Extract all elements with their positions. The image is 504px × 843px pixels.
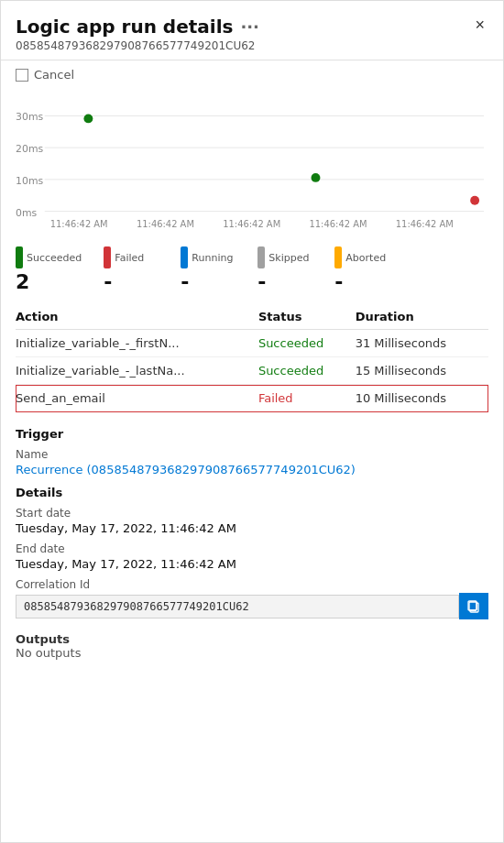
y-label-10ms: 10ms [16,175,44,187]
panel-title-text: Logic app run details [16,16,233,38]
duration-cell: 31 Milliseconds [356,330,488,357]
end-date-value: Tuesday, May 17, 2022, 11:46:42 AM [16,557,488,571]
running-count: - [181,270,236,293]
panel-content: Cancel 30ms 20ms 10ms 0ms 11:46:42 AM 11… [1,60,503,842]
copy-icon [466,599,481,614]
table-row[interactable]: Initialize_variable_-_firstN...Succeeded… [16,330,488,357]
status-item-running: Running - [181,246,236,293]
cancel-checkbox[interactable] [16,69,28,82]
succeeded-count: 2 [16,270,82,293]
action-table: Action Status Duration Initialize_variab… [16,304,488,412]
duration-cell: 10 Milliseconds [356,385,488,412]
aborted-label: Aborted [345,252,386,264]
outputs-label: Outputs [16,632,488,646]
skipped-label: Skipped [268,252,309,264]
status-summary: Succeeded 2 Failed - Running - [16,246,488,293]
cancel-area: Cancel [16,60,488,85]
status-cell: Succeeded [258,357,356,385]
skipped-count: - [257,270,312,293]
running-label: Running [192,252,233,264]
chart-point-1 [83,114,93,123]
copy-correlation-button[interactable] [459,593,488,619]
no-outputs-value: No outputs [16,646,488,660]
svg-text:11:46:42 AM: 11:46:42 AM [396,219,454,229]
panel-title-row: Logic app run details ··· [16,16,488,38]
failed-count: - [104,270,159,293]
action-cell: Send_an_email [16,385,258,412]
svg-text:11:46:42 AM: 11:46:42 AM [137,219,194,229]
svg-text:11:46:42 AM: 11:46:42 AM [310,219,367,229]
correlation-id-field: 085854879368297908766577749201CU62 [16,593,488,619]
col-duration: Duration [356,304,488,330]
table-row[interactable]: Send_an_emailFailed10 Milliseconds [16,385,488,412]
status-item-aborted: Aborted - [334,246,389,293]
y-label-20ms: 20ms [16,143,44,155]
chart-area: 30ms 20ms 10ms 0ms 11:46:42 AM 11:46:42 … [16,93,488,239]
trigger-section-label: Trigger [16,427,488,441]
action-cell: Initialize_variable_-_firstN... [16,330,258,357]
action-cell: Initialize_variable_-_lastNa... [16,357,258,385]
table-header-row: Action Status Duration [16,304,488,330]
aborted-count: - [334,270,389,293]
logic-app-run-panel: Logic app run details ··· 08585487936829… [0,0,504,843]
cancel-label: Cancel [34,68,74,82]
failed-label: Failed [115,252,144,264]
col-status: Status [258,304,356,330]
status-item-succeeded: Succeeded 2 [16,246,82,293]
close-button[interactable]: × [469,14,490,37]
aborted-dot [334,246,342,268]
trigger-name-label: Name [16,448,488,461]
ellipsis-menu-icon[interactable]: ··· [240,17,259,37]
succeeded-dot [16,246,23,268]
start-date-label: Start date [16,507,488,520]
end-date-label: End date [16,542,488,555]
failed-dot [104,246,111,268]
panel-header: Logic app run details ··· 08585487936829… [1,1,503,60]
correlation-label: Correlation Id [16,578,488,591]
col-action: Action [16,304,258,330]
status-item-failed: Failed - [104,246,159,293]
trigger-name-value[interactable]: Recurrence (0858548793682979087665777492… [16,463,488,476]
table-row[interactable]: Initialize_variable_-_lastNa...Succeeded… [16,357,488,385]
svg-text:11:46:42 AM: 11:46:42 AM [223,219,280,229]
chart-svg: 30ms 20ms 10ms 0ms 11:46:42 AM 11:46:42 … [16,93,488,239]
status-cell: Failed [258,385,356,412]
correlation-id-value: 085854879368297908766577749201CU62 [16,595,459,619]
chart-point-3 [470,196,479,205]
details-label: Details [16,486,488,499]
succeeded-label: Succeeded [27,252,82,264]
running-dot [181,246,188,268]
status-cell: Succeeded [258,330,356,357]
svg-text:11:46:42 AM: 11:46:42 AM [50,219,108,229]
duration-cell: 15 Milliseconds [356,357,488,385]
y-label-30ms: 30ms [16,111,44,123]
run-id-subtitle: 085854879368297908766577749201CU62 [16,39,488,52]
start-date-value: Tuesday, May 17, 2022, 11:46:42 AM [16,521,488,535]
chart-point-2 [312,173,321,182]
status-item-skipped: Skipped - [257,246,312,293]
skipped-dot [257,246,265,268]
y-label-0ms: 0ms [16,207,38,219]
